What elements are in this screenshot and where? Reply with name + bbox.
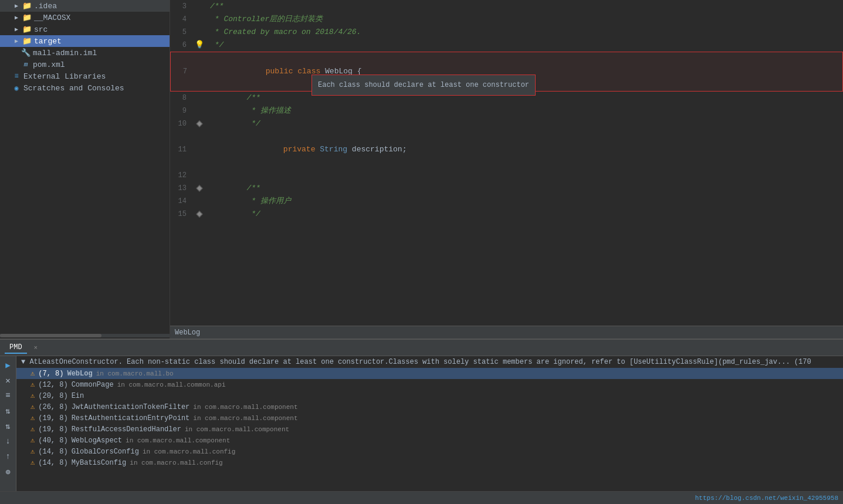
panel-tabs: PMD × (0, 340, 843, 356)
row-package-3: in com.macro.mall.component (193, 404, 297, 411)
row-coords-1: (12, 8) (38, 381, 67, 389)
sidebar-item-idea[interactable]: ▶ 📁 .idea (0, 0, 170, 12)
sidebar-item-src[interactable]: ▶ 📁 src (0, 23, 170, 35)
panel-row-2[interactable]: ⚠ (20, 8) Ein (16, 390, 843, 401)
warn-icon-2: ⚠ (31, 391, 35, 400)
add-button[interactable]: ⊕ (2, 465, 15, 478)
panel-row-5[interactable]: ⚠ (19, 8) RestfulAccessDeniedHandler in … (16, 424, 843, 435)
sidebar: ▶ 📁 .idea ▶ 📁 __MACOSX ▶ 📁 src ▶ 📁 targe… (0, 0, 170, 339)
line-num-14: 14 (170, 195, 194, 208)
row-coords-4: (19, 8) (38, 414, 67, 422)
gutter-13 (194, 186, 205, 191)
panel-content: ▶ ✕ ≡ ⇅ ⇅ ↓ ↑ ⊕ ▼ AtLeastOneConstructor.… (0, 356, 843, 491)
panel-row-1[interactable]: ⚠ (12, 8) CommonPage in com.macro.mall.c… (16, 379, 843, 390)
code-content-13: /** (205, 182, 260, 195)
panel-row-3[interactable]: ⚠ (26, 8) JwtAuthenticationTokenFilter i… (16, 401, 843, 412)
code-content-10: */ (205, 117, 260, 130)
sort-button-2[interactable]: ⇅ (2, 420, 15, 432)
sidebar-item-scratches[interactable]: ◉ Scratches and Consoles (0, 82, 170, 94)
panel-row-6[interactable]: ⚠ (40, 8) WebLogAspect in com.macro.mall… (16, 435, 843, 446)
warn-icon-0: ⚠ (31, 369, 35, 378)
sidebar-item-pom[interactable]: m pom.xml (0, 59, 170, 70)
sidebar-item-target[interactable]: ▶ 📁 target (0, 35, 170, 47)
row-coords-8: (14, 8) (38, 459, 67, 467)
warn-icon-3: ⚠ (31, 402, 35, 411)
panel-row-7[interactable]: ⚠ (14, 8) GlobalCorsConfig in com.macro.… (16, 446, 843, 457)
panel-row-selected[interactable]: ⚠ (7, 8) WebLog in com.macro.mall.bo (16, 368, 843, 379)
code-line-7: 7 public class WebLog { Each class shoul… (170, 52, 843, 92)
code-content-9: * 操作描述 (205, 104, 291, 117)
sidebar-item-label-iml: mall-admin.iml (33, 49, 97, 57)
row-coords-6: (40, 8) (38, 437, 67, 445)
line-num-6: 6 (170, 39, 194, 52)
down-button[interactable]: ↓ (2, 435, 15, 448)
run-button[interactable]: ▶ (2, 358, 15, 371)
panel-close-button[interactable]: × (34, 344, 38, 351)
sidebar-item-label-macosx: __MACOSX (34, 13, 70, 22)
stop-button[interactable]: ✕ (2, 374, 15, 387)
file-icon-iml: 🔧 (21, 48, 31, 57)
gutter-10 (194, 121, 205, 126)
filename-bar: WebLog (170, 326, 843, 339)
sort-button-1[interactable]: ⇅ (2, 404, 15, 417)
warn-icon-5: ⚠ (31, 425, 35, 434)
arrow-icon-target: ▶ (12, 36, 21, 46)
row-class-4: RestAuthenticationEntryPoint (72, 414, 190, 422)
up-button[interactable]: ↑ (2, 450, 15, 463)
fold-marker-15[interactable] (196, 211, 202, 217)
code-content-14: * 操作用户 (205, 195, 291, 208)
panel-row-8[interactable]: ⚠ (14, 8) MyBatisConfig in com.macro.mal… (16, 457, 843, 468)
fold-marker-10[interactable] (196, 120, 202, 127)
row-package-6: in com.macro.mall.component (126, 437, 230, 444)
folder-icon-target: 📁 (22, 36, 32, 46)
status-link[interactable]: https://blog.csdn.net/weixin_42955958 (695, 495, 838, 502)
panel-group-header[interactable]: ▼ AtLeastOneConstructor. Each non-static… (16, 356, 843, 368)
arrow-icon-src: ▶ (12, 25, 21, 34)
row-class-2: Ein (72, 392, 84, 400)
code-line-3: 3 /** (170, 0, 843, 13)
row-package-8: in com.macro.mall.config (130, 459, 222, 466)
line-num-4: 4 (170, 13, 194, 26)
sidebar-item-label-pom: pom.xml (33, 60, 65, 69)
code-content-5: * Created by macro on 2018/4/26. (205, 26, 361, 39)
code-content-6: */ (205, 39, 224, 52)
code-line-6: 6 💡 */ (170, 39, 843, 52)
row-package-4: in com.macro.mall.component (193, 415, 297, 422)
row-package-1: in com.macro.mall.common.api (117, 381, 226, 388)
code-line-4: 4 * Controller层的日志封装类 (170, 13, 843, 26)
line-num-13: 13 (170, 182, 194, 195)
row-coords-2: (20, 8) (38, 392, 67, 400)
sidebar-scrollbar[interactable] (0, 334, 170, 337)
tab-pmd[interactable]: PMD (5, 342, 27, 354)
line-num-5: 5 (170, 26, 194, 39)
warn-icon-7: ⚠ (31, 447, 35, 456)
code-content-15: */ (205, 208, 260, 221)
code-line-13: 13 /** (170, 182, 843, 195)
folder-icon-idea: 📁 (22, 1, 32, 11)
code-line-10: 10 */ (170, 117, 843, 130)
scratches-icon: ◉ (12, 83, 21, 93)
row-coords-7: (14, 8) (38, 448, 67, 456)
row-coords-3: (26, 8) (38, 403, 67, 411)
panel-row-4[interactable]: ⚠ (19, 8) RestAuthenticationEntryPoint i… (16, 412, 843, 424)
row-package-5: in com.macro.mall.component (185, 426, 289, 433)
file-icon-pom: m (21, 60, 31, 69)
code-content-4: * Controller层的日志封装类 (205, 13, 323, 26)
line-num-11: 11 (170, 143, 194, 156)
sidebar-item-label-external: External Libraries (23, 72, 106, 81)
sidebar-item-iml[interactable]: 🔧 mall-admin.iml (0, 47, 170, 59)
line-num-7: 7 (171, 65, 194, 78)
code-container: 3 /** 4 * Controller层的日志封装类 5 * Created … (170, 0, 843, 326)
status-bar: https://blog.csdn.net/weixin_42955958 (0, 491, 843, 504)
sidebar-item-external[interactable]: ≡ External Libraries (0, 70, 170, 82)
line-num-3: 3 (170, 0, 194, 13)
sidebar-item-macosx[interactable]: ▶ 📁 __MACOSX (0, 12, 170, 23)
menu-button[interactable]: ≡ (2, 389, 15, 402)
code-content-11: private String description; (205, 130, 407, 169)
sidebar-item-label-target: target (34, 37, 62, 46)
lightbulb-icon[interactable]: 💡 (195, 39, 204, 52)
warn-icon-1: ⚠ (31, 380, 35, 389)
row-class-7: GlobalCorsConfig (72, 448, 139, 456)
fold-marker-13[interactable] (196, 185, 202, 191)
code-line-9: 9 * 操作描述 (170, 104, 843, 117)
